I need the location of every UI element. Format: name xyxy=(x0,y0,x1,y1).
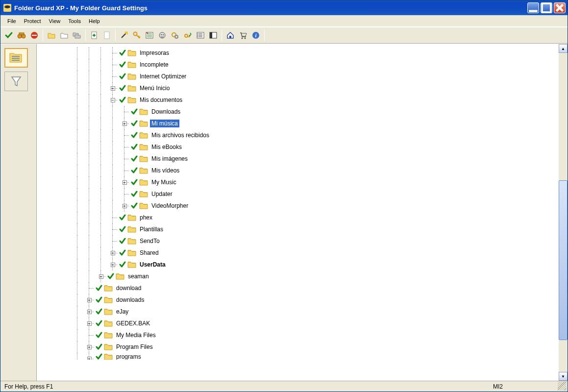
tree-item-label[interactable]: Menú Inicio xyxy=(138,84,171,92)
resize-grip-icon[interactable] xyxy=(558,382,567,391)
tree-item-label[interactable]: Impresoras xyxy=(138,49,171,57)
expand-icon[interactable]: + xyxy=(83,294,95,306)
tree-item[interactable]: +Shared xyxy=(37,247,559,259)
tree-item[interactable]: Mis imágenes xyxy=(37,153,559,165)
tree-item[interactable]: +Program Files xyxy=(37,341,559,353)
folder-new-icon[interactable] xyxy=(58,29,71,42)
menu-file[interactable]: File xyxy=(3,17,20,25)
vertical-scrollbar[interactable]: ▲ ▼ xyxy=(559,44,568,381)
tree-item[interactable]: +Menú Inicio xyxy=(37,82,559,94)
expand-icon[interactable]: + xyxy=(83,318,95,329)
tree-item-label[interactable]: Plantillas xyxy=(138,225,165,233)
key-icon[interactable] xyxy=(130,29,143,42)
tree-item-label[interactable]: eJay xyxy=(115,308,130,316)
info-icon[interactable]: i xyxy=(249,29,262,42)
expand-icon[interactable]: + xyxy=(107,82,119,94)
tree-item-label[interactable]: seaman xyxy=(126,272,150,280)
tree-item[interactable]: +GEDEX.BAK xyxy=(37,318,559,329)
folder-tree[interactable]: ImpresorasIncompleteInternet Optimizer+M… xyxy=(37,44,559,381)
tree-item-label[interactable]: Shared xyxy=(138,249,160,257)
tree-item[interactable]: Incomplete xyxy=(37,59,559,71)
scroll-up-button[interactable]: ▲ xyxy=(559,44,568,53)
folder-open-icon[interactable] xyxy=(45,29,58,42)
tree-item[interactable]: My Media Files xyxy=(37,329,559,341)
expand-icon[interactable]: + xyxy=(119,118,130,129)
tree-item-label[interactable]: GEDEX.BAK xyxy=(115,319,151,327)
tree-item[interactable]: +programs xyxy=(37,353,559,360)
tree-item[interactable]: phex xyxy=(37,212,559,223)
title-bar[interactable]: Folder Guard XP - My Folder Guard Settin… xyxy=(0,0,568,15)
tree-item-label[interactable]: SendTo xyxy=(138,237,161,245)
scroll-down-button[interactable]: ▼ xyxy=(559,372,568,381)
menu-help[interactable]: Help xyxy=(85,17,104,25)
tree-item-label[interactable]: UserData xyxy=(138,261,167,269)
close-button[interactable] xyxy=(554,2,566,13)
tree-item[interactable]: Mis archivos recibidos xyxy=(37,129,559,141)
wand-icon[interactable] xyxy=(118,29,130,42)
gears-icon[interactable] xyxy=(169,29,181,42)
expand-icon[interactable]: + xyxy=(107,259,119,270)
tree-item[interactable]: Downloads xyxy=(37,106,559,118)
tree-item[interactable]: +My Music xyxy=(37,176,559,188)
tree-item[interactable]: download xyxy=(37,282,559,294)
expand-icon[interactable]: + xyxy=(119,200,130,212)
tree-item-label[interactable]: Mis documentos xyxy=(138,96,184,104)
home-icon[interactable] xyxy=(224,29,237,42)
folders-icon[interactable] xyxy=(71,29,83,42)
menu-tools[interactable]: Tools xyxy=(64,17,85,25)
collapse-icon[interactable]: − xyxy=(107,94,119,106)
page-icon[interactable] xyxy=(100,29,113,42)
panel-icon[interactable] xyxy=(207,29,220,42)
tree-item[interactable]: +downloads xyxy=(37,294,559,306)
tree-item-label[interactable]: Mis imágenes xyxy=(150,155,189,163)
cart-icon[interactable] xyxy=(237,29,249,42)
tree-item[interactable]: Internet Optimizer xyxy=(37,71,559,82)
tree-item-label[interactable]: Updater xyxy=(150,190,174,198)
tree-item[interactable]: Mis eBooks xyxy=(37,141,559,153)
tree-item-label[interactable]: Mis archivos recibidos xyxy=(150,131,211,139)
expand-icon[interactable]: + xyxy=(119,176,130,188)
tree-item[interactable]: Plantillas xyxy=(37,223,559,235)
scroll-track[interactable] xyxy=(559,53,568,372)
tree-item[interactable]: +seaman xyxy=(37,270,559,282)
expand-icon[interactable]: + xyxy=(107,247,119,259)
filter-view-button[interactable] xyxy=(4,72,28,91)
tree-item[interactable]: +eJay xyxy=(37,306,559,318)
tree-item-label[interactable]: Mi música xyxy=(150,120,179,127)
tree-item[interactable]: SendTo xyxy=(37,235,559,247)
tree-item[interactable]: Mis vídeos xyxy=(37,165,559,176)
tree-item-label[interactable]: My Music xyxy=(150,178,178,186)
tree-item-label[interactable]: VideoMorpher xyxy=(150,202,190,210)
tree-item-label[interactable]: Mis eBooks xyxy=(150,143,183,151)
undo-key-icon[interactable] xyxy=(181,29,194,42)
tree-item-label[interactable]: downloads xyxy=(115,296,146,304)
expand-icon[interactable]: + xyxy=(83,353,95,360)
page-add-icon[interactable] xyxy=(88,29,100,42)
tree-item-label[interactable]: Program Files xyxy=(115,343,154,351)
tree-item[interactable]: Updater xyxy=(37,188,559,200)
tree-item[interactable]: +UserData xyxy=(37,259,559,270)
binoculars-icon[interactable] xyxy=(15,29,28,42)
expand-icon[interactable]: + xyxy=(83,341,95,353)
check-icon[interactable] xyxy=(2,29,15,42)
menu-protect[interactable]: Protect xyxy=(20,17,45,25)
expand-icon[interactable]: + xyxy=(95,270,107,282)
tree-item-label[interactable]: download xyxy=(115,284,143,292)
tree-item-label[interactable]: programs xyxy=(115,353,143,360)
tree-item-label[interactable]: Incomplete xyxy=(138,61,170,69)
tree-item[interactable]: −Mis documentos xyxy=(37,94,559,106)
tree-item-label[interactable]: Downloads xyxy=(150,108,182,116)
tree-item-label[interactable]: phex xyxy=(138,214,154,221)
tree-item[interactable]: Impresoras xyxy=(37,47,559,59)
minimize-button[interactable] xyxy=(527,2,539,13)
tree-item-label[interactable]: Internet Optimizer xyxy=(138,73,188,80)
menu-view[interactable]: View xyxy=(45,17,65,25)
face-icon[interactable] xyxy=(156,29,169,42)
tree-item-label[interactable]: Mis vídeos xyxy=(150,167,181,174)
options-icon[interactable] xyxy=(143,29,156,42)
tree-item-label[interactable]: My Media Files xyxy=(115,331,157,339)
tree-item[interactable]: +Mi música xyxy=(37,118,559,129)
scroll-thumb[interactable] xyxy=(559,180,568,340)
stop-icon[interactable] xyxy=(28,29,41,42)
list-icon[interactable] xyxy=(194,29,207,42)
